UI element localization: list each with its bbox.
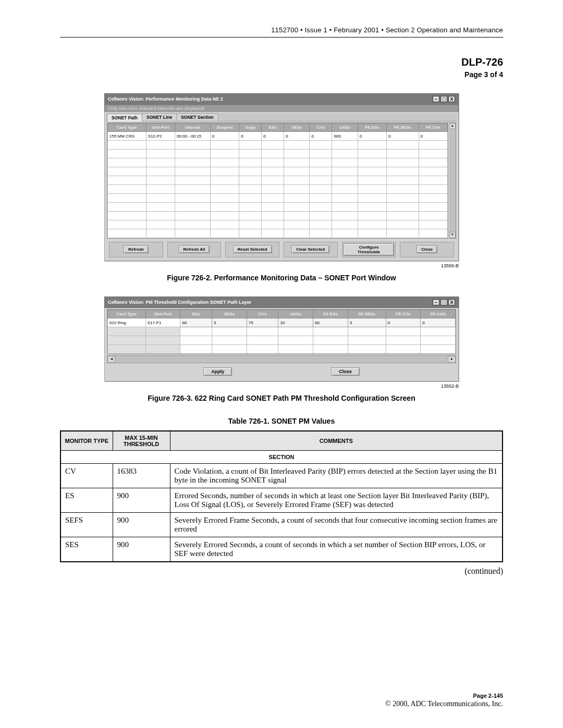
grid-col: FE SESs [348,310,386,318]
table-row[interactable]: 622 RingS17-P1603751060300 [108,318,456,327]
table-row [108,203,448,212]
table-row [108,176,448,185]
figure2-id: 13552-B [104,384,459,389]
pm-data-window: Cellworx Vision: Performance Monitoring … [104,93,459,261]
continued-note: (continued) [60,566,503,576]
grid-cell: 0 [284,132,310,141]
refresh-all-button[interactable]: Refresh All [179,245,210,253]
table-caption: Table 726-1. SONET PM Values [60,417,503,425]
clear-selected-button[interactable]: Clear Selected [291,245,329,253]
vertical-scrollbar[interactable]: ▴ ▾ [449,122,456,239]
scroll-up-icon[interactable]: ▴ [449,123,456,129]
grid-col: FE ESs [358,124,386,132]
minimize-icon[interactable]: – [433,299,439,305]
grid-col: Slot-Port [146,124,175,132]
table-row: SES900Severely Errored Seconds, a count … [60,537,503,562]
window-title: Cellworx Vision: PM Threshold Configurat… [108,300,251,305]
grid-col: Slot-Port [145,310,180,318]
refresh-button[interactable]: Refresh [124,245,149,253]
grid-cell[interactable]: 0 [421,318,456,327]
grid-cell: 0 [387,132,419,141]
section-heading: SECTION [60,451,503,464]
table-row: SEFS900Severely Errored Frame Seconds, a… [60,513,503,537]
table-row: CV16383Code Violation, a count of Bit In… [60,464,503,488]
grid-col: FE UAS [421,310,456,318]
grid-cell: S17-P1 [145,318,180,327]
grid-col: CVs [310,124,332,132]
table-row [108,229,448,238]
grid-col: ESs [262,124,284,132]
table-row [108,327,456,336]
scroll-left-icon[interactable]: ◂ [107,356,115,363]
grid-cell: 0 [310,132,332,141]
configure-thresholds-button[interactable]: Configure Thresholds [344,243,395,256]
grid-col: CVs [247,310,278,318]
cell-monitor-type: SES [60,537,113,562]
cell-threshold: 900 [113,513,170,537]
cell-comments: Severely Errored Frame Seconds, a count … [170,513,503,537]
close-button[interactable]: Close [417,245,437,253]
col-comments: COMMENTS [170,431,503,451]
tab-strip: SONET Path SONET Line SONET Section [106,113,457,121]
table-row [108,185,448,194]
scroll-down-icon[interactable]: ▾ [449,232,456,238]
button-cell: Close [400,242,454,257]
grid-cell[interactable]: 10 [278,318,313,327]
grid-cell[interactable]: 60 [180,318,212,327]
grid-col: UASs [278,310,313,318]
grid-cell: 155 MM CRS [108,132,146,141]
grid-cell[interactable]: 3 [348,318,386,327]
window-title: Cellworx Vision: Performance Monitoring … [108,96,223,102]
grid-cell[interactable]: 0 [386,318,421,327]
table-row [108,167,448,176]
cell-threshold: 16383 [113,464,170,488]
button-cell: Clear Selected [284,242,338,257]
grid-cell: 622 Ring [108,318,146,327]
grid-cell: 00:00 - 00:15 [175,132,211,141]
grid-col: UASs [332,124,358,132]
table-row [108,336,456,345]
minimize-icon[interactable]: – [433,96,439,102]
cell-threshold: 900 [113,537,170,562]
threshold-grid: Card TypeSlot-PortESsSESsCVsUASsFE ESsFE… [107,309,456,354]
table-row: ES900Errored Seconds, number of seconds … [60,488,503,513]
tab-sonet-path[interactable]: SONET Path [107,114,142,121]
table-row [108,194,448,203]
window-titlebar[interactable]: Cellworx Vision: Performance Monitoring … [104,93,459,105]
table-row[interactable]: 155 MM CRSS12-P200:00 - 00:1500000900000 [108,132,448,141]
grid-cell[interactable]: 3 [212,318,247,327]
window-note: Only non-zero selected intervals are dis… [104,105,459,112]
grid-cell[interactable]: 75 [247,318,278,327]
button-cell: Configure Thresholds [342,242,396,257]
cell-monitor-type: ES [60,488,113,513]
sonet-pm-table: MONITOR TYPE MAX 15-MIN THRESHOLD COMMEN… [60,430,503,562]
scroll-right-icon[interactable]: ▸ [448,356,456,363]
reset-selected-button[interactable]: Reset Selected [233,245,272,253]
cell-comments: Errored Seconds, number of seconds in wh… [170,488,503,513]
pm-threshold-window: Cellworx Vision: PM Threshold Configurat… [104,297,459,381]
figure1-caption: Figure 726-2. Performance Monitoring Dat… [60,274,503,282]
close-icon[interactable]: X [448,96,455,102]
grid-col: Card Type [108,310,146,318]
cell-threshold: 900 [113,488,170,513]
button-cell: Refresh [109,242,163,257]
table-row [108,220,448,229]
horizontal-scrollbar[interactable]: ◂ ▸ [107,355,456,363]
close-button[interactable]: Close [331,367,360,376]
maximize-icon[interactable]: □ [440,96,447,102]
grid-cell[interactable]: 60 [313,318,348,327]
cell-comments: Code Violation, a count of Bit Interleav… [170,464,503,488]
col-max-threshold: MAX 15-MIN THRESHOLD [113,431,170,451]
grid-col: FE SESs [387,124,419,132]
apply-button[interactable]: Apply [203,367,232,376]
window-titlebar[interactable]: Cellworx Vision: PM Threshold Configurat… [104,297,459,308]
close-icon[interactable]: X [448,299,455,305]
tab-sonet-section[interactable]: SONET Section [176,113,218,121]
grid-header: Card TypeSlot-PortESsSESsCVsUASsFE ESsFE… [108,310,456,318]
grid-col: FE CVs [419,124,447,132]
tab-sonet-line[interactable]: SONET Line [142,113,177,121]
grid-col: SESs [212,310,247,318]
dlp-code: DLP-726 [60,56,503,68]
figure1-id: 13556-B [104,263,459,268]
maximize-icon[interactable]: □ [440,299,447,305]
